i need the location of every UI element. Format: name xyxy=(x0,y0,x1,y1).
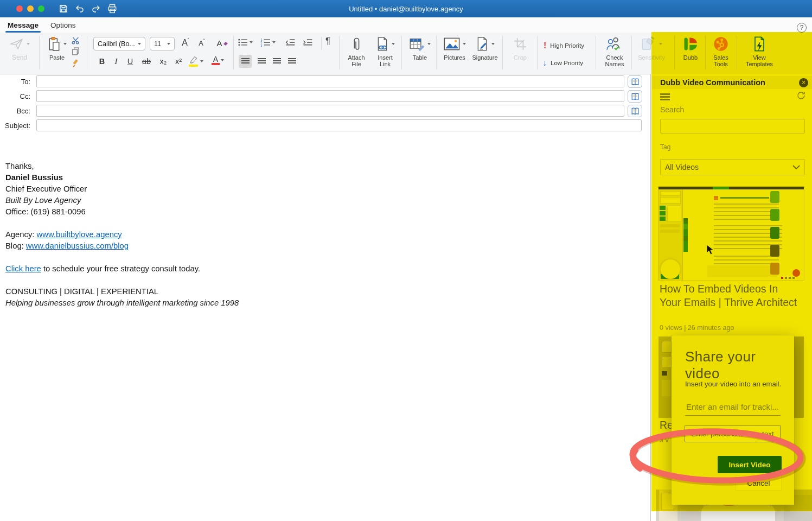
attach-file-button[interactable]: Attach File xyxy=(344,34,369,67)
table-button[interactable]: Table xyxy=(407,34,433,61)
send-button[interactable]: Send xyxy=(4,34,35,61)
align-left-button[interactable] xyxy=(239,55,252,68)
address-book-button[interactable] xyxy=(628,105,642,117)
address-book-button[interactable] xyxy=(628,90,642,103)
dubb-panel: Dubb Video Communication × Search Tag Al… xyxy=(650,74,812,521)
video-thumbnail[interactable] xyxy=(658,187,804,280)
video-title[interactable]: How To Embed Videos In Your Emails | Thr… xyxy=(660,282,800,309)
justify-button[interactable] xyxy=(285,55,298,68)
subscript-button[interactable]: x₂ xyxy=(156,54,170,68)
grow-font-button[interactable]: Aˆ xyxy=(179,36,192,50)
signature-button[interactable]: Signature xyxy=(470,34,500,61)
font-color-icon: A xyxy=(212,55,220,65)
record-icon xyxy=(792,269,800,277)
font-color-button[interactable]: A xyxy=(212,55,224,65)
cut-icon[interactable] xyxy=(71,36,80,47)
increase-indent-icon[interactable] xyxy=(303,38,313,49)
sales-tools-button[interactable]: Sales Tools xyxy=(707,34,734,67)
sensitivity-button[interactable]: Sensitivity xyxy=(635,34,668,61)
font-size-select[interactable]: 11 xyxy=(150,37,175,50)
badge-icons xyxy=(770,191,779,275)
panel-header: Dubb Video Communication × xyxy=(652,76,812,89)
menu-icon[interactable] xyxy=(660,93,670,100)
insert-link-icon xyxy=(372,34,398,54)
address-book-button[interactable] xyxy=(628,75,642,88)
high-priority-button[interactable]: ! High Priority xyxy=(544,40,584,52)
align-left-icon xyxy=(241,58,250,65)
clear-formatting-button[interactable]: A xyxy=(216,36,229,50)
sig-cta-line: Click here to schedule your free strateg… xyxy=(5,263,239,275)
cc-input[interactable] xyxy=(36,90,624,102)
sig-tagline: Helping businesses grow through intellig… xyxy=(5,297,239,309)
crop-button[interactable]: Crop xyxy=(508,34,533,61)
outlook-compose-window: Untitled • daniel@builtbylove.agency Mes… xyxy=(0,0,812,521)
address-book-icon xyxy=(630,78,640,86)
table-icon xyxy=(407,34,433,54)
avatar xyxy=(661,259,680,279)
email-body[interactable]: Thanks, Daniel Bussius Chief Executive O… xyxy=(5,161,239,309)
sales-tools-icon xyxy=(707,34,734,54)
video-meta: 0 views | 26 minutes ago xyxy=(660,324,734,332)
superscript-button[interactable]: x² xyxy=(171,54,186,68)
format-painter-icon[interactable] xyxy=(71,58,80,69)
bullet-list-button[interactable] xyxy=(238,38,253,47)
align-center-button[interactable] xyxy=(255,55,268,68)
show-paragraph-marks-button[interactable]: ¶ xyxy=(325,36,330,47)
dubb-logo-icon xyxy=(678,34,703,54)
schedule-consult-link[interactable]: Click here xyxy=(5,264,41,273)
low-priority-button[interactable]: ↓ Low Priority xyxy=(542,57,583,69)
paste-button[interactable]: Paste xyxy=(44,34,69,61)
share-video-dialog: Share your video Insert your video into … xyxy=(672,335,794,505)
tab-message[interactable]: Message xyxy=(8,17,39,33)
high-priority-icon: ! xyxy=(544,41,546,50)
decrease-indent-icon[interactable] xyxy=(285,38,296,49)
subject-input[interactable] xyxy=(36,119,642,131)
italic-button[interactable]: I xyxy=(110,54,123,68)
text-highlight-button[interactable] xyxy=(189,55,203,67)
address-book-icon xyxy=(630,92,640,101)
signature-icon xyxy=(470,34,500,54)
help-icon[interactable]: ? xyxy=(797,23,807,33)
align-right-icon xyxy=(273,58,281,65)
send-icon xyxy=(4,34,35,54)
window-title: Untitled • daniel@builtbylove.agency xyxy=(0,5,812,13)
numbered-list-icon: 123 xyxy=(260,38,271,47)
strikethrough-button[interactable]: ab xyxy=(139,54,154,68)
video-meta-fragment: 3 v xyxy=(660,436,669,444)
close-panel-icon[interactable]: × xyxy=(799,78,808,87)
align-right-button[interactable] xyxy=(270,55,283,68)
cc-label: Cc: xyxy=(0,92,30,100)
cancel-button[interactable]: Cancel xyxy=(736,475,782,491)
search-input[interactable] xyxy=(660,119,805,134)
tab-options[interactable]: Options xyxy=(50,17,76,33)
dubb-button[interactable]: Dubb xyxy=(678,34,703,61)
insert-video-button[interactable]: Insert Video xyxy=(718,456,782,473)
sig-role: Chief Executive Officer xyxy=(5,183,239,195)
pictures-button[interactable]: Pictures xyxy=(440,34,469,61)
titlebar: Untitled • daniel@builtbylove.agency xyxy=(0,0,812,17)
subject-label: Subject: xyxy=(0,122,30,130)
font-name-select[interactable]: Calibri (Bo... xyxy=(93,37,145,50)
numbered-list-button[interactable]: 123 xyxy=(260,38,276,47)
check-names-button[interactable]: Check Names xyxy=(600,34,629,67)
bcc-label: Bcc: xyxy=(0,107,30,115)
personalization-input[interactable] xyxy=(685,425,781,442)
blog-link[interactable]: www.danielbussius.com/blog xyxy=(26,242,129,250)
agency-link[interactable]: www.builtbylove.agency xyxy=(37,230,122,239)
insert-link-button[interactable]: Insert Link xyxy=(372,34,398,67)
underline-button[interactable]: U xyxy=(124,54,137,68)
sig-agency-line: Agency: www.builtbylove.agency xyxy=(5,229,239,240)
tag-label: Tag xyxy=(660,143,670,151)
tracking-email-input[interactable] xyxy=(685,398,781,416)
align-center-icon xyxy=(258,58,266,65)
view-templates-button[interactable]: View Templates xyxy=(739,34,780,67)
sig-company: Built By Love Agency xyxy=(5,195,239,206)
bcc-input[interactable] xyxy=(36,105,624,117)
tag-select[interactable]: All Videos xyxy=(660,159,805,175)
sensitivity-icon xyxy=(635,34,668,54)
to-input[interactable] xyxy=(36,75,624,87)
refresh-icon[interactable] xyxy=(796,91,806,103)
bold-button[interactable]: B xyxy=(95,54,108,68)
copy-icon[interactable] xyxy=(71,47,80,58)
shrink-font-button[interactable]: Aˇ xyxy=(195,36,208,50)
